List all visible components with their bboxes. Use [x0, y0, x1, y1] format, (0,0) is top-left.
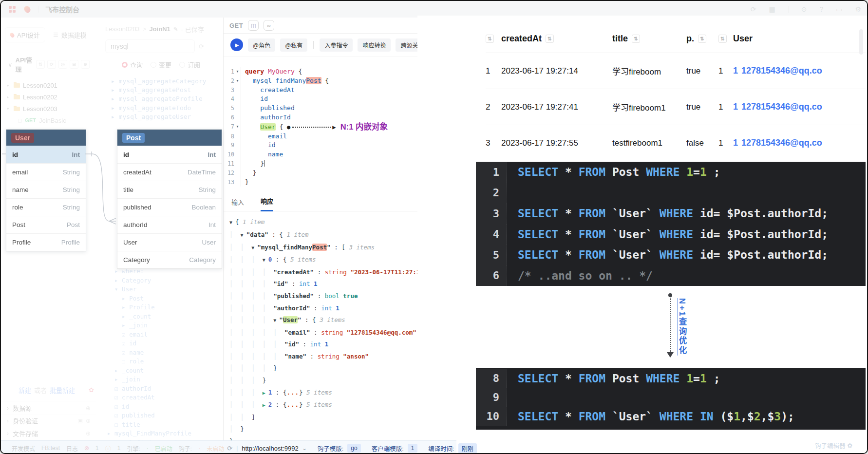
run-query-button[interactable]: ▶: [230, 38, 243, 51]
field-tree-item[interactable]: ▸ Profile: [107, 303, 191, 312]
field-tree-item[interactable]: ☑ id: [107, 402, 191, 412]
github-icon[interactable]: ⊙: [801, 5, 807, 13]
field-tree-item[interactable]: ☑ email: [107, 330, 191, 340]
field-row[interactable]: nameString: [6, 181, 86, 198]
sort-icon[interactable]: ⇅: [632, 35, 640, 43]
new-link[interactable]: 新建: [19, 385, 31, 395]
cell-user-email[interactable]: 1278154346@qq.co: [741, 102, 822, 112]
field-tree-item[interactable]: ▸ _join: [107, 375, 191, 384]
add-icon[interactable]: ⊕: [86, 417, 91, 424]
model-card-user[interactable]: User idInt emailString nameString roleSt…: [6, 129, 86, 251]
refresh-icon[interactable]: ⟳: [199, 43, 204, 50]
refresh-icon[interactable]: ⟳: [751, 5, 756, 13]
operation-item[interactable]: ▸ mysql_aggregateUser: [111, 113, 223, 121]
sort-icon[interactable]: ⇅: [698, 35, 706, 43]
tab-input[interactable]: 输入: [231, 197, 244, 211]
field-tree-item[interactable]: ☐ role: [107, 357, 191, 366]
field-tree-item[interactable]: ▾ User: [107, 285, 191, 294]
target-icon[interactable]: ◎: [58, 60, 67, 69]
doc-preview-icon[interactable]: ▤: [769, 5, 775, 13]
table-row[interactable]: 2 2023-06-17 19:27:41 学习fireboom1 true 1…: [486, 89, 866, 125]
tab-api-design[interactable]: API设计: [5, 27, 45, 42]
field-tree-item[interactable]: ☑ name: [107, 348, 191, 358]
fold-caret-icon[interactable]: ▾: [234, 67, 241, 76]
tab-response[interactable]: 响应: [261, 196, 273, 211]
private-directive-button[interactable]: @私有: [280, 38, 307, 52]
col-user[interactable]: User: [733, 34, 753, 44]
add-icon[interactable]: ⊕: [86, 430, 91, 437]
field-row[interactable]: UserUser: [117, 233, 222, 251]
response-transform-button[interactable]: 响应转换: [358, 38, 391, 52]
sidebar-item-lesson0201[interactable]: ▸ Lesson0201: [1, 79, 96, 91]
refresh-icon[interactable]: ⟳: [47, 60, 56, 69]
sort-icon[interactable]: ⇅: [36, 60, 45, 69]
sidebar-item-lesson0203[interactable]: ▾ Lesson0203: [1, 103, 96, 114]
flower-icon[interactable]: ✿: [89, 386, 94, 394]
col-createdat[interactable]: createdAt: [501, 34, 542, 44]
operation-item[interactable]: ▸ mysql_aggregateCategory: [111, 77, 223, 86]
hook-editor-label[interactable]: 钩子编辑器: [815, 441, 846, 450]
error-icon[interactable]: ⊗: [84, 445, 89, 452]
batch-new-link[interactable]: 批量新建: [50, 385, 75, 395]
scrollbar-thumb[interactable]: [859, 29, 863, 55]
sidebar-group-storage[interactable]: › 文件存储 ⊕: [1, 427, 96, 439]
field-tree-item[interactable]: ☐ title: [107, 420, 191, 430]
field-tree-item[interactable]: ▸ _join: [107, 321, 191, 330]
fold-caret-icon[interactable]: ▾: [234, 76, 241, 86]
field-row[interactable]: CategoryCategory: [117, 251, 222, 268]
radio-subscription[interactable]: 订阅: [179, 60, 200, 69]
settings-icon[interactable]: ⚙: [855, 5, 861, 13]
edit-pencil-icon[interactable]: ✎: [173, 26, 178, 33]
table-row[interactable]: 1 2023-06-17 19:27:14 学习fireboom true 1 …: [486, 53, 866, 89]
operation-item[interactable]: ▸ mysql_aggregateTodo: [111, 104, 223, 113]
sidebar-group-auth[interactable]: › 身份验证 ▣ ⊕: [1, 414, 96, 427]
fold-caret-icon[interactable]: ▾: [234, 122, 241, 132]
field-row[interactable]: roleString: [6, 198, 86, 216]
cell-user-email[interactable]: 1278154346@qq.co: [741, 66, 822, 76]
field-row[interactable]: titleString: [117, 181, 222, 198]
field-tree-item[interactable]: ▸ Category: [107, 276, 191, 285]
sort-icon[interactable]: ⇅: [486, 35, 494, 43]
col-published[interactable]: p.: [686, 34, 694, 44]
field-row[interactable]: createdAtDateTime: [117, 163, 222, 181]
field-tree-item[interactable]: ▸ mysql_FindManyProfile: [107, 429, 191, 438]
copy-icon[interactable]: ◫: [248, 20, 259, 31]
field-row[interactable]: publishedBoolean: [117, 198, 222, 216]
sidebar-group-datasource[interactable]: › 数据源 ⊕: [1, 401, 96, 414]
cell-user-email[interactable]: 1278154346@qq.co: [741, 138, 822, 148]
operation-item[interactable]: ▸ mysql_aggregatePost: [111, 86, 223, 95]
input-directive-button[interactable]: 入参指令: [320, 38, 353, 52]
apps-grid-icon[interactable]: [9, 6, 16, 13]
breadcrumb-parent[interactable]: Lesson0203: [105, 25, 140, 33]
field-tree-item[interactable]: ▸ Post: [107, 294, 191, 303]
help-icon[interactable]: ?: [819, 5, 823, 13]
field-row[interactable]: emailString: [6, 163, 86, 181]
link-icon[interactable]: ∞: [264, 20, 274, 31]
env-label[interactable]: FB:test: [41, 445, 60, 452]
client-template-value[interactable]: 1: [408, 444, 418, 453]
sidebar-item-lesson0202[interactable]: ▸ Lesson0202: [1, 91, 96, 103]
hook-editor-icon[interactable]: ✿: [848, 442, 852, 449]
field-tree-item[interactable]: ☑ published: [107, 411, 191, 420]
radio-mutation[interactable]: 变更: [151, 60, 171, 69]
new-api-icon[interactable]: ⊕: [81, 60, 90, 69]
field-tree-item[interactable]: ▸ _count: [107, 366, 191, 376]
field-tree-item[interactable]: ☑ createdAt: [107, 393, 191, 402]
field-tree-item[interactable]: ☑ id: [107, 339, 191, 348]
field-row[interactable]: idInt: [117, 146, 222, 163]
logs-button[interactable]: 日志: [66, 444, 78, 453]
api-management-section[interactable]: ∨ API管理 ⇅ ⟳ ◎ ⊞ ⊕: [8, 55, 90, 74]
field-row[interactable]: idInt: [6, 146, 86, 163]
operation-search-input[interactable]: [105, 39, 195, 53]
sort-icon[interactable]: ⇅: [718, 35, 727, 43]
col-title[interactable]: title: [612, 34, 628, 44]
sort-icon[interactable]: ⇅: [546, 35, 554, 43]
server-url[interactable]: http://localhost:9992: [242, 445, 298, 452]
model-card-post[interactable]: Post idInt createdAtDateTime titleString…: [117, 129, 222, 269]
new-folder-icon[interactable]: ⊞: [70, 60, 78, 69]
add-icon[interactable]: ⊕: [86, 405, 91, 412]
feedback-icon[interactable]: ▭: [836, 5, 842, 13]
field-row[interactable]: PostPost: [6, 216, 86, 233]
radio-query[interactable]: 查询: [122, 60, 143, 69]
field-row[interactable]: authorIdInt: [117, 216, 222, 233]
